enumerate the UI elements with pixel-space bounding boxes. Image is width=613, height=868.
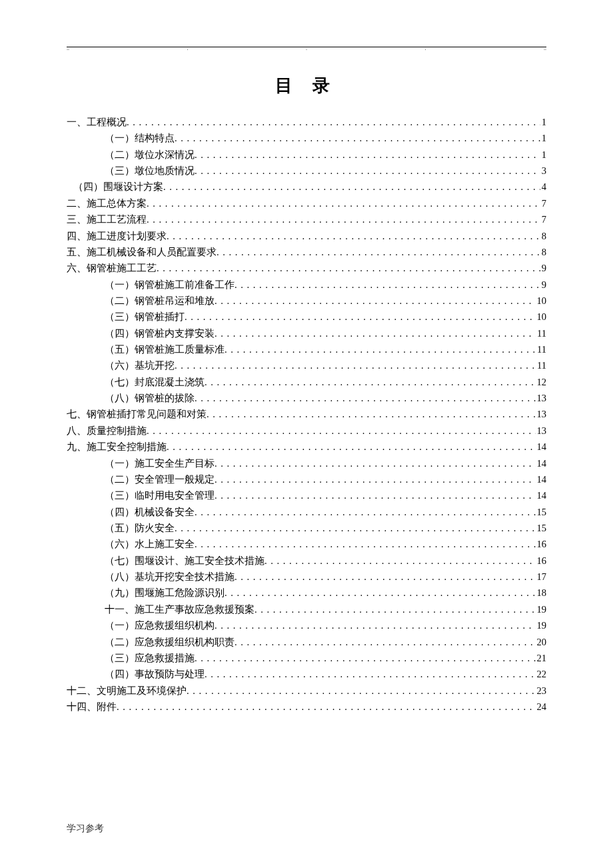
toc-entry: （七）围堰设计、施工安全技术措施16 <box>67 553 546 569</box>
toc-page-number: 15 <box>536 520 547 536</box>
toc-leader-dots <box>235 634 536 650</box>
toc-entry: （七）封底混凝土浇筑12 <box>67 374 546 390</box>
toc-label: （一）结构特点 <box>105 130 175 146</box>
toc-label: （四）钢管桩内支撑安装 <box>105 325 215 341</box>
toc-entry: 三、施工工艺流程7 <box>67 211 546 227</box>
toc-label: （六）基坑开挖 <box>105 357 175 373</box>
toc-label: （四）机械设备安全 <box>105 504 195 520</box>
toc-label: （三）应急救援措施 <box>105 650 195 666</box>
toc-entry: （三）墩位地质情况3 <box>67 163 546 179</box>
toc-entry: 十二、文明施工及环境保护23 <box>67 683 546 699</box>
toc-page-number: 8 <box>540 228 546 244</box>
toc-entry: （六）基坑开挖11 <box>67 357 546 373</box>
toc-page-number: 14 <box>536 455 547 471</box>
toc-entry: （四）事故预防与处理22 <box>67 666 546 682</box>
toc-entry: 四、施工进度计划要求8 <box>67 228 546 244</box>
toc-entry: （三）钢管桩插打10 <box>67 309 546 325</box>
document-title: 目 录 <box>67 74 546 97</box>
toc-page-number: 7 <box>540 211 546 227</box>
footer-text: 学习参考 <box>67 823 104 835</box>
toc-leader-dots <box>215 471 536 487</box>
toc-page-number: 17 <box>536 569 547 585</box>
toc-label: （二）钢管桩吊运和堆放 <box>105 293 215 309</box>
toc-leader-dots <box>175 520 536 536</box>
toc-entry: （四）钢管桩内支撑安装11 <box>67 325 546 341</box>
toc-page-number: 7 <box>540 195 546 211</box>
toc-entry: （四）围堰设计方案4 <box>67 179 546 195</box>
toc-label: （二）应急救援组织机构职责 <box>105 634 235 650</box>
toc-page-number: 19 <box>536 617 547 633</box>
toc-page-number: 19 <box>536 601 547 617</box>
toc-page-number: 10 <box>536 309 547 325</box>
toc-label: 八、质量控制措施 <box>67 423 147 439</box>
toc-label: （二）安全管理一般规定 <box>105 471 215 487</box>
toc-entry: （九）围堰施工危险源识别18 <box>67 585 546 601</box>
toc-entry: （五）防火安全15 <box>67 520 546 536</box>
toc-label: 十一、施工生产事故应急救援预案 <box>105 601 255 617</box>
toc-page-number: 13 <box>536 406 547 422</box>
toc-entry: （五）钢管桩施工质量标准11 <box>67 341 546 357</box>
toc-leader-dots <box>195 504 536 520</box>
toc-entry: 二、施工总体方案7 <box>67 195 546 211</box>
toc-leader-dots <box>205 374 536 390</box>
toc-label: （三）钢管桩插打 <box>105 309 185 325</box>
toc-page-number: 15 <box>536 504 547 520</box>
toc-page-number: 1 <box>540 130 546 146</box>
toc-page-number: 14 <box>536 487 547 503</box>
toc-label: （七）围堰设计、施工安全技术措施 <box>105 553 265 569</box>
toc-leader-dots <box>215 487 536 503</box>
toc-page-number: 9 <box>540 277 546 293</box>
toc-page-number: 1 <box>540 114 546 130</box>
toc-entry: （二）墩位水深情况1 <box>67 147 546 163</box>
toc-label: 四、施工进度计划要求 <box>67 228 167 244</box>
toc-leader-dots <box>127 114 540 130</box>
toc-entry: （一）施工安全生产目标14 <box>67 455 546 471</box>
toc-entry: 八、质量控制措施13 <box>67 423 546 439</box>
toc-page-number: 13 <box>536 423 547 439</box>
toc-page-number: 11 <box>536 341 546 357</box>
toc-leader-dots <box>255 601 536 617</box>
toc-leader-dots <box>217 244 540 260</box>
toc-label: （三）临时用电安全管理 <box>105 487 215 503</box>
toc-entry: （六）水上施工安全16 <box>67 536 546 552</box>
toc-page-number: 1 <box>540 147 546 163</box>
toc-entry: 六、钢管桩施工工艺9 <box>67 260 546 276</box>
toc-entry: （一）结构特点1 <box>67 130 546 146</box>
toc-entry: （二）应急救援组织机构职责20 <box>67 634 546 650</box>
toc-page-number: 11 <box>536 357 546 373</box>
toc-leader-dots <box>225 585 536 601</box>
toc-leader-dots <box>215 455 536 471</box>
toc-page-number: 11 <box>536 325 546 341</box>
toc-leader-dots <box>265 553 536 569</box>
toc-page-number: 8 <box>540 244 546 260</box>
toc-leader-dots <box>117 699 536 715</box>
toc-entry: 七、钢管桩插打常见问题和对策13 <box>67 406 546 422</box>
header-marks: ....... <box>67 45 546 51</box>
toc-page-number: 12 <box>536 374 547 390</box>
toc-leader-dots <box>185 309 536 325</box>
toc-leader-dots <box>163 179 540 195</box>
toc-leader-dots <box>235 569 536 585</box>
toc-page-number: 9 <box>540 260 546 276</box>
toc-page-number: 22 <box>536 666 547 682</box>
toc-label: （五）防火安全 <box>105 520 175 536</box>
toc-label: （四）围堰设计方案 <box>73 179 163 195</box>
toc-entry: （八）基坑开挖安全技术措施17 <box>67 569 546 585</box>
toc-entry: （四）机械设备安全15 <box>67 504 546 520</box>
toc-leader-dots <box>147 423 536 439</box>
toc-label: （一）钢管桩施工前准备工作 <box>105 277 235 293</box>
toc-label: 三、施工工艺流程 <box>67 211 147 227</box>
toc-entry: （二）安全管理一般规定14 <box>67 471 546 487</box>
toc-label: 十二、文明施工及环境保护 <box>67 683 187 699</box>
toc-page-number: 21 <box>536 650 547 666</box>
toc-label: （三）墩位地质情况 <box>105 163 195 179</box>
toc-leader-dots <box>167 439 536 455</box>
toc-label: （一）应急救援组织机构 <box>105 617 215 633</box>
toc-label: （四）事故预防与处理 <box>105 666 205 682</box>
toc-label: （七）封底混凝土浇筑 <box>105 374 205 390</box>
toc-label: （八）基坑开挖安全技术措施 <box>105 569 235 585</box>
toc-entry: 十一、施工生产事故应急救援预案19 <box>67 601 546 617</box>
toc-label: 十四、附件 <box>67 699 117 715</box>
toc-entry: （八）钢管桩的拔除13 <box>67 390 546 406</box>
toc-page-number: 18 <box>536 585 547 601</box>
